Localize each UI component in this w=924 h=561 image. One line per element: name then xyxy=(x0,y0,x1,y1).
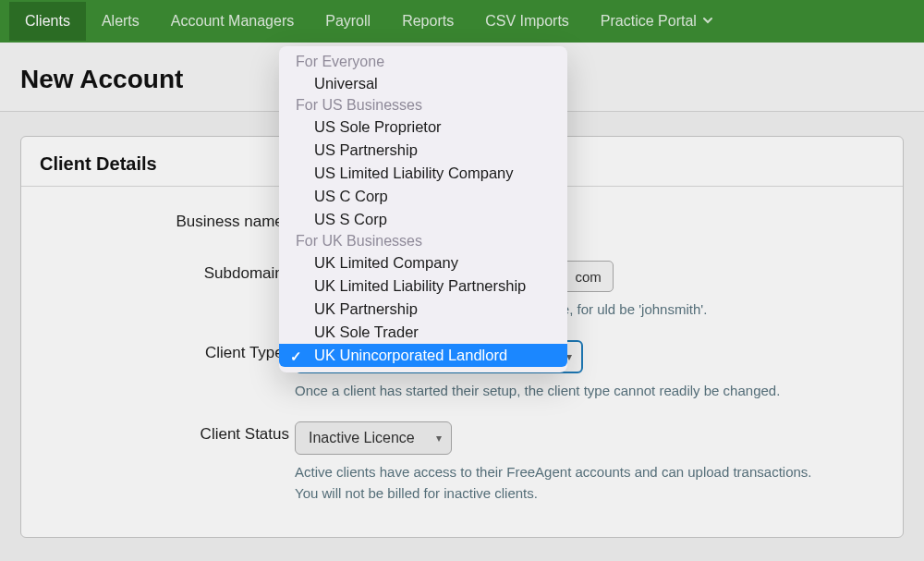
subdomain-suffix: com xyxy=(563,261,613,292)
client-status-select[interactable]: Inactive Licence ▾ xyxy=(295,421,452,455)
dd-option[interactable]: US S Corp xyxy=(279,208,567,231)
row-client-status: Client Status Inactive Licence ▾ Active … xyxy=(21,421,903,505)
dd-option[interactable]: UK Limited Liability Partnership xyxy=(279,274,567,298)
dd-option[interactable]: UK Sole Trader xyxy=(279,321,567,344)
dd-option[interactable]: UK Partnership xyxy=(279,298,567,321)
client-status-value: Inactive Licence xyxy=(309,430,415,446)
top-nav: Clients Alerts Account Managers Payroll … xyxy=(0,0,924,43)
chevron-down-icon: ▾ xyxy=(436,432,442,445)
dd-option[interactable]: Universal xyxy=(279,72,567,95)
label-subdomain: Subdomain* xyxy=(21,261,295,283)
nav-clients[interactable]: Clients xyxy=(9,2,86,41)
dd-group-everyone: For Everyone xyxy=(279,52,567,72)
dd-option[interactable]: US Partnership xyxy=(279,139,567,162)
nav-csv-imports[interactable]: CSV Imports xyxy=(469,2,585,41)
nav-practice-portal[interactable]: Practice Portal xyxy=(585,2,729,41)
label-business-name: Business name* xyxy=(21,209,295,231)
dd-option-selected[interactable]: ✓ UK Unincorporated Landlord xyxy=(279,344,567,367)
dd-group-uk: For UK Businesses xyxy=(279,231,567,251)
client-type-help: Once a client has started their setup, t… xyxy=(295,381,886,401)
nav-payroll[interactable]: Payroll xyxy=(310,2,386,41)
nav-account-managers[interactable]: Account Managers xyxy=(155,2,310,41)
dd-option[interactable]: US Sole Proprietor xyxy=(279,116,567,139)
client-status-help-2: You will not be billed for inactive clie… xyxy=(295,483,886,504)
dd-option[interactable]: US C Corp xyxy=(279,185,567,208)
nav-alerts[interactable]: Alerts xyxy=(86,2,155,41)
client-status-help-1: Active clients have access to their Free… xyxy=(295,462,886,482)
client-type-dropdown: For Everyone Universal For US Businesses… xyxy=(279,46,567,372)
label-client-type: Client Type* xyxy=(21,340,295,362)
dd-option[interactable]: US Limited Liability Company xyxy=(279,162,567,185)
dd-group-us: For US Businesses xyxy=(279,95,567,116)
label-client-status: Client Status xyxy=(21,421,295,444)
check-icon: ✓ xyxy=(290,348,302,365)
chevron-down-icon xyxy=(702,13,713,30)
dd-option[interactable]: UK Limited Company xyxy=(279,251,567,274)
nav-reports[interactable]: Reports xyxy=(386,2,469,41)
